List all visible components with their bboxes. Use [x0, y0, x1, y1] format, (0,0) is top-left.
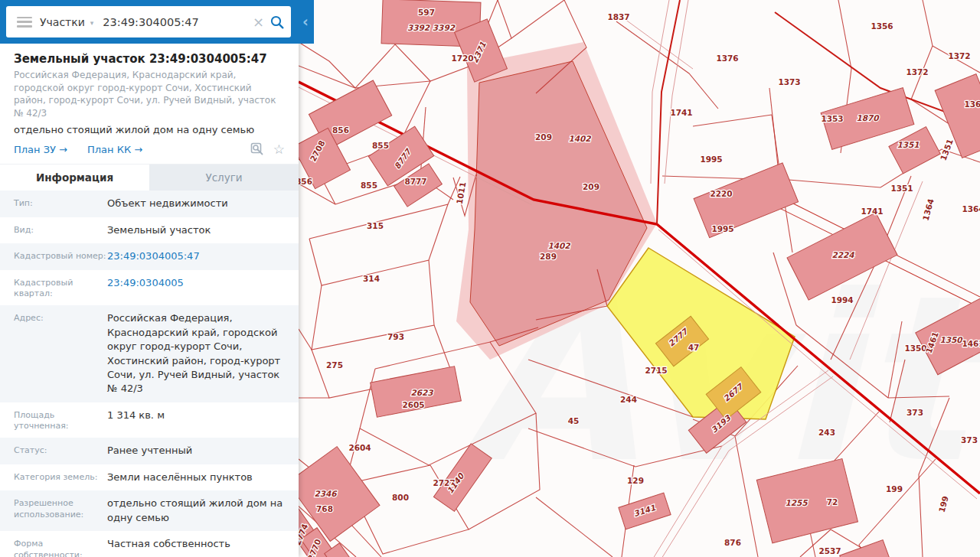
parcel-label: 209 [535, 132, 552, 142]
parcel-label: 47 [688, 343, 700, 352]
parcel-label: 1995 [711, 224, 733, 233]
parcel-label: 1255 [785, 498, 808, 507]
parcel-label: 1372 [948, 51, 970, 60]
info-row-value: Российская Федерация, Краснодарский край… [107, 311, 291, 396]
search-input[interactable] [101, 15, 247, 29]
parcel-label: 275 [326, 360, 343, 370]
info-row: Тип:Объект недвижимости [0, 191, 299, 217]
parcel-label: 314 [363, 274, 380, 283]
category-selector[interactable]: Участки ▾ [40, 16, 93, 28]
parcel-label: 1994 [831, 295, 853, 305]
parcel-label: 855 [372, 141, 389, 150]
parcel-label: 1741 [670, 108, 692, 117]
map-canvas[interactable]: Avito [299, 0, 980, 557]
parcel-label: 1356 [871, 21, 893, 31]
parcel-label: 2623 [410, 388, 433, 397]
search-header: Участки ▾ × [0, 0, 314, 44]
info-row: Статус:Ранее учтенный [0, 438, 299, 464]
parcel-label: 856 [332, 125, 349, 135]
info-row-label: Форма собственности: [14, 537, 107, 557]
info-row-value: Земельный участок [107, 223, 291, 237]
parcel-label: 856 [299, 177, 312, 186]
info-row-value: Частная собственность [107, 537, 291, 551]
parcel-label: 3392 3392 [407, 23, 456, 32]
parcel-label: 1720 [451, 54, 473, 63]
info-row-value-link[interactable]: 23:49:0304005 [107, 276, 291, 290]
parcel-label: 2537 [818, 546, 841, 555]
parcel-label: 1373 [778, 77, 800, 86]
info-sidebar: Земельный участок 23:49:0304005:47 Росси… [0, 0, 299, 557]
parcel-label: 1372 [906, 67, 928, 77]
info-row: Кадастровый квартал:23:49:0304005 [0, 270, 299, 306]
tab-bar: Информация Услуги [0, 164, 299, 191]
parcel-title: Земельный участок 23:49:0304005:47 [0, 44, 299, 69]
info-row-label: Категория земель: [14, 471, 107, 483]
info-row-label: Адрес: [14, 311, 107, 324]
parcel-label: 1351 [890, 184, 913, 193]
parcel-usage: отдельно стоящий жилой дом на одну семью [0, 119, 299, 137]
favorite-star-icon[interactable]: ☆ [273, 143, 285, 156]
parcel-label: 2715 [645, 366, 667, 375]
parcel-label: 129 [627, 476, 644, 485]
info-row-label: Площадь уточненная: [14, 409, 107, 432]
parcel-label: 373 [961, 435, 978, 445]
parcel-label: 8777 [404, 177, 426, 186]
category-label: Участки [40, 16, 85, 28]
parcel-label: 1350 [939, 335, 963, 344]
info-row-value: 1 314 кв. м [107, 409, 291, 422]
clear-icon[interactable]: × [247, 14, 270, 30]
tab-services[interactable]: Услуги [149, 164, 299, 191]
parcel-label: 1741 [861, 207, 883, 216]
info-row-value-link[interactable]: 23:49:0304005:47 [107, 249, 291, 263]
parcel-label: 1837 [607, 12, 629, 21]
tab-information[interactable]: Информация [0, 164, 149, 191]
parcel-label: 209 [583, 182, 599, 191]
parcel-label: 373 [906, 408, 923, 417]
parcel-label: 597 [418, 8, 435, 17]
parcel-label: 2346 [314, 489, 338, 498]
info-row: Форма собственности:Частная собственност… [0, 531, 299, 557]
parcel-label: 45 [568, 416, 580, 425]
info-row-label: Вид: [14, 223, 107, 236]
parcel-label: 199 [886, 484, 903, 493]
plan-zu-link[interactable]: План ЗУ → [14, 144, 67, 155]
parcel-label: 855 [361, 181, 377, 190]
info-row: Разрешенное использование:отдельно стоящ… [0, 490, 299, 531]
parcel-label: 244 [620, 395, 637, 404]
parcel-label: 1376 [716, 54, 738, 63]
info-row: Кадастровый номер:23:49:0304005:47 [0, 243, 299, 269]
info-row-label: Тип: [14, 197, 107, 209]
info-row: Категория земель:Земли населённых пункто… [0, 464, 299, 490]
info-row: Вид:Земельный участок [0, 217, 299, 243]
info-row-label: Статус: [14, 444, 107, 456]
parcel-label: 2224 [831, 250, 854, 259]
info-row-label: Разрешенное использование: [14, 497, 107, 520]
parcel-label: 289 [540, 252, 557, 261]
parcel-label: 876 [724, 538, 741, 547]
info-row-label: Кадастровый номер: [14, 249, 107, 262]
parcel-address: Российская Федерация, Краснодарский край… [0, 69, 299, 119]
menu-icon[interactable] [17, 17, 32, 28]
info-row: Площадь уточненная:1 314 кв. м [0, 402, 299, 438]
parcel-label: 793 [387, 332, 404, 341]
parcel-label: 1351 [897, 140, 919, 149]
preview-icon[interactable] [250, 142, 264, 156]
parcel-label: 1364 [964, 99, 980, 109]
info-row-value: Ранее учтенный [107, 444, 291, 458]
info-row-value: Объект недвижимости [107, 197, 291, 210]
info-table: Тип:Объект недвижимостиВид:Земельный уча… [0, 191, 299, 557]
parcel-label: 1402 [547, 241, 570, 250]
map-svg[interactable]: Avito [299, 0, 980, 557]
plan-kk-link[interactable]: План КК → [87, 144, 142, 155]
search-icon[interactable] [270, 15, 285, 30]
parcel-label: 72 [827, 497, 838, 507]
parcel-label: 2605 [402, 400, 424, 409]
parcel-label: 1995 [700, 155, 722, 164]
search-box: Участки ▾ × [6, 6, 291, 37]
parcel-label: 1461 [962, 339, 980, 348]
parcel-label: 1364 [962, 204, 980, 213]
parcel-label: 800 [392, 493, 409, 502]
info-row-value: отдельно стоящий жилой дом на одну семью [107, 497, 291, 525]
cadastral-map-app: Avito [0, 0, 980, 557]
collapse-panel-button[interactable]: ‹ [298, 13, 313, 31]
